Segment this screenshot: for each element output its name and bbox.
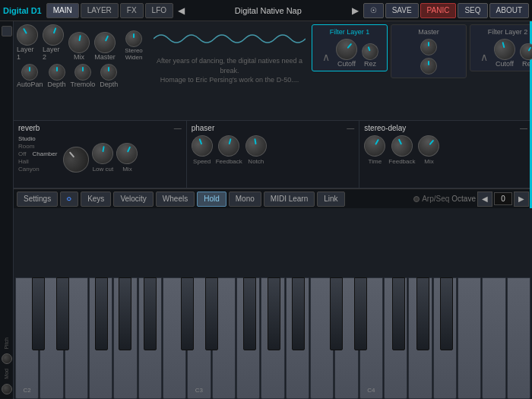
about-button[interactable]: ABOUT xyxy=(489,3,529,18)
key-gs2[interactable] xyxy=(119,277,131,350)
key-as4[interactable] xyxy=(440,277,453,350)
nav-btn-fx[interactable]: FX xyxy=(120,3,144,18)
reverb-type-hall[interactable]: Hall xyxy=(18,158,29,165)
key-fs3[interactable] xyxy=(243,277,256,350)
autopan-knob[interactable] xyxy=(21,64,38,81)
key-ds3[interactable] xyxy=(205,277,218,350)
bluetooth-button[interactable]: ⭘ xyxy=(60,192,78,207)
reverb-type-canyon[interactable]: Canyon xyxy=(18,166,57,173)
phaser-speed-label: Speed xyxy=(193,158,211,165)
key-gs4[interactable] xyxy=(416,277,429,350)
pitch-label: Pitch xyxy=(4,337,9,350)
filter1-rez-knob[interactable] xyxy=(359,41,381,62)
filter-layer1-section: Filter Layer 1 ∧ Cutoff Rez xyxy=(312,24,388,71)
content-area: Layer 1 Layer 2 Mix Master xyxy=(14,21,532,399)
filter2-shape-icon: ∧ xyxy=(479,46,489,68)
key-cs3[interactable] xyxy=(181,277,194,350)
reverb-mix-group: Mix xyxy=(116,143,138,173)
filter2-cutoff-knob[interactable] xyxy=(492,36,518,62)
key-gs3[interactable] xyxy=(268,277,280,350)
panic-button[interactable]: PANIC xyxy=(420,3,457,18)
delay-feedback-knob[interactable] xyxy=(388,131,416,160)
layer2-knob[interactable] xyxy=(40,21,67,49)
layer2-label: Layer 2 xyxy=(43,46,64,61)
keyboard-section: C2 C3 C4 xyxy=(14,208,532,399)
keys-button[interactable]: Keys xyxy=(81,192,111,207)
key-cs4[interactable] xyxy=(330,277,343,350)
share-button[interactable]: ☉ xyxy=(363,3,384,18)
midi-learn-button[interactable]: MIDI Learn xyxy=(264,192,315,207)
filter1-cutoff-knob[interactable] xyxy=(331,34,361,64)
phaser-feedback-knob[interactable] xyxy=(216,133,242,159)
waveform-display xyxy=(154,27,306,50)
mono-button[interactable]: Mono xyxy=(229,192,261,207)
wheels-button[interactable]: Wheels xyxy=(156,192,195,207)
reverb-main-knob[interactable] xyxy=(58,141,94,178)
reverb-minimize-button[interactable]: — xyxy=(174,124,182,132)
autopan-depth-knob[interactable] xyxy=(49,64,65,81)
reverb-type-room[interactable]: Room xyxy=(18,143,57,150)
seq-button[interactable]: SEQ xyxy=(458,3,487,18)
velocity-button[interactable]: Velocity xyxy=(113,192,153,207)
delay-time-group: Time xyxy=(364,135,385,165)
key-cs2[interactable] xyxy=(32,277,45,350)
reverb-lowcut-knob[interactable] xyxy=(90,141,115,166)
octave-up-button[interactable]: ▶ xyxy=(514,192,529,207)
prev-preset-button[interactable]: ◀ xyxy=(175,5,188,16)
octave-down-button[interactable]: ◀ xyxy=(477,192,492,207)
delay-mix-label: Mix xyxy=(424,158,433,165)
autopan-depth-knob-group: Depth xyxy=(48,64,66,88)
tremolo-depth-knob[interactable] xyxy=(100,64,117,81)
key-g4[interactable] xyxy=(458,277,481,399)
stereo-delay-controls: Time Feedback Mix xyxy=(364,135,527,165)
link-button[interactable]: Link xyxy=(317,192,344,207)
key-fs2[interactable] xyxy=(95,277,108,350)
reverb-mix-knob[interactable] xyxy=(113,139,141,167)
reverb-type-off[interactable]: Off xyxy=(18,150,27,157)
delay-mix-knob[interactable] xyxy=(414,131,444,160)
key-b4[interactable] xyxy=(507,277,530,399)
reverb-type-studio[interactable]: Studio xyxy=(18,135,57,142)
sidebar-btn-top[interactable] xyxy=(2,26,12,36)
phaser-notch-knob[interactable] xyxy=(244,134,268,158)
master-filter-knob2[interactable] xyxy=(420,58,437,74)
master-knob-group: Master xyxy=(94,32,116,61)
delay-time-knob[interactable] xyxy=(360,131,389,160)
save-button[interactable]: SAVE xyxy=(385,3,419,18)
stereo-delay-minimize-button[interactable]: — xyxy=(520,124,527,132)
phaser-notch-label: Notch xyxy=(248,158,264,165)
phaser-speed-knob[interactable] xyxy=(188,132,216,160)
next-preset-button[interactable]: ▶ xyxy=(349,5,362,16)
nav-btn-layer[interactable]: LAYER xyxy=(81,3,119,18)
phaser-minimize-button[interactable]: — xyxy=(347,124,354,132)
arp-seq-label: Arp/Seq xyxy=(422,195,449,203)
reverb-type-selector: Studio Room Off Chamber Hall Canyon xyxy=(18,135,57,173)
key-fs4[interactable] xyxy=(392,277,405,350)
patch-description: After years of dancing, the digital nati… xyxy=(154,56,306,85)
hold-button[interactable]: Hold xyxy=(197,192,226,207)
pitch-knob[interactable] xyxy=(2,353,12,364)
key-ds4[interactable] xyxy=(354,277,367,350)
filter2-cutoff-label: Cutoff xyxy=(496,60,514,68)
nav-btn-main[interactable]: MAIN xyxy=(46,3,79,18)
top-bar: Digital D1 MAIN LAYER FX LFO ◀ Digital N… xyxy=(0,0,532,21)
reverb-type-chamber[interactable]: Chamber xyxy=(33,150,58,157)
key-a4[interactable] xyxy=(482,277,505,399)
key-as3[interactable] xyxy=(292,277,305,350)
nav-btn-lfo[interactable]: LFO xyxy=(145,3,173,18)
mix-knob[interactable] xyxy=(67,30,91,55)
tremolo-knob[interactable] xyxy=(74,64,91,81)
stereo-widen-knob[interactable] xyxy=(125,30,142,47)
mod-knob[interactable] xyxy=(2,384,12,394)
key-as2[interactable] xyxy=(144,277,157,350)
filter-area: Filter Layer 1 ∧ Cutoff Rez xyxy=(312,24,532,117)
preset-name: Digital Native Nap xyxy=(189,6,347,15)
key-ds2[interactable] xyxy=(56,277,69,350)
reverb-type-row: Off Chamber xyxy=(18,150,57,157)
settings-button[interactable]: Settings xyxy=(17,192,58,207)
master-controls xyxy=(396,39,461,74)
master-filter-knob1[interactable] xyxy=(420,39,437,55)
main-section: Layer 1 Layer 2 Mix Master xyxy=(14,21,532,120)
tremolo-depth-label: Depth xyxy=(100,81,118,88)
mod-label: Mod xyxy=(4,369,9,379)
